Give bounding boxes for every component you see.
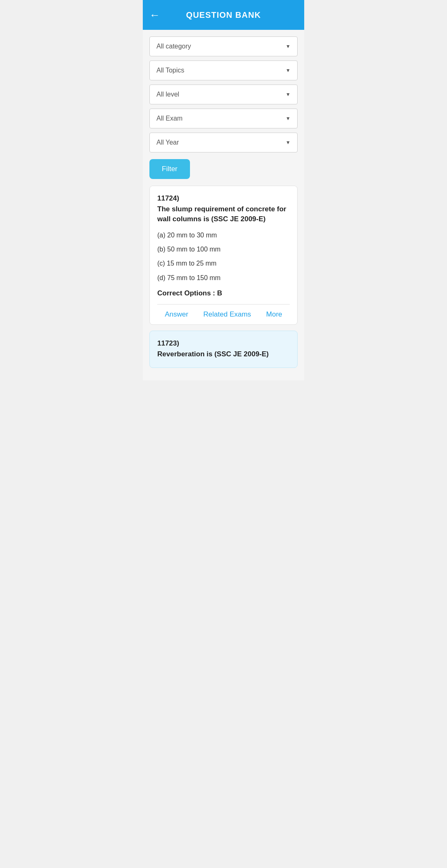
category-dropdown[interactable]: All category ▼ — [149, 36, 298, 56]
year-dropdown[interactable]: All Year ▼ — [149, 133, 298, 152]
category-dropdown-container: All category ▼ — [149, 36, 298, 56]
exam-dropdown-container: All Exam ▼ — [149, 109, 298, 128]
question-1-option-a: (a) 20 mm to 30 mm — [157, 231, 290, 240]
topics-dropdown[interactable]: All Topics ▼ — [149, 60, 298, 80]
level-dropdown-label: All level — [156, 91, 179, 98]
back-button[interactable]: ← — [149, 10, 160, 20]
question-card-2: 11723) Reverberation is (SSC JE 2009-E) — [149, 331, 298, 368]
level-dropdown-arrow: ▼ — [286, 92, 291, 97]
question-2-number: 11723) — [157, 339, 290, 348]
exam-dropdown-arrow: ▼ — [286, 116, 291, 121]
filter-button[interactable]: Filter — [149, 159, 190, 179]
question-1-option-b: (b) 50 mm to 100 mm — [157, 245, 290, 254]
page-title: QUESTION BANK — [186, 10, 261, 20]
topics-dropdown-label: All Topics — [156, 67, 184, 74]
more-button[interactable]: More — [266, 310, 282, 319]
category-dropdown-arrow: ▼ — [286, 44, 291, 49]
question-1-option-c: (c) 15 mm to 25 mm — [157, 259, 290, 268]
question-card-1: 11724) The slump requirement of concrete… — [149, 186, 298, 325]
related-exams-button[interactable]: Related Exams — [203, 310, 251, 319]
topics-dropdown-arrow: ▼ — [286, 68, 291, 73]
question-1-number: 11724) — [157, 194, 290, 203]
question-2-text: Reverberation is (SSC JE 2009-E) — [157, 349, 290, 359]
question-1-correct-options: Correct Options : B — [157, 289, 290, 297]
exam-dropdown[interactable]: All Exam ▼ — [149, 109, 298, 128]
level-dropdown[interactable]: All level ▼ — [149, 85, 298, 104]
exam-dropdown-label: All Exam — [156, 115, 183, 122]
category-dropdown-label: All category — [156, 43, 191, 50]
year-dropdown-label: All Year — [156, 139, 179, 146]
level-dropdown-container: All level ▼ — [149, 85, 298, 104]
year-dropdown-container: All Year ▼ — [149, 133, 298, 152]
answer-button[interactable]: Answer — [165, 310, 188, 319]
year-dropdown-arrow: ▼ — [286, 140, 291, 145]
main-content: All category ▼ All Topics ▼ All level ▼ … — [143, 30, 304, 380]
question-1-option-d: (d) 75 mm to 150 mm — [157, 273, 290, 283]
topics-dropdown-container: All Topics ▼ — [149, 60, 298, 80]
question-1-actions: Answer Related Exams More — [157, 304, 290, 324]
app-header: ← QUESTION BANK — [143, 0, 304, 30]
question-1-text: The slump requirement of concrete for wa… — [157, 204, 290, 224]
